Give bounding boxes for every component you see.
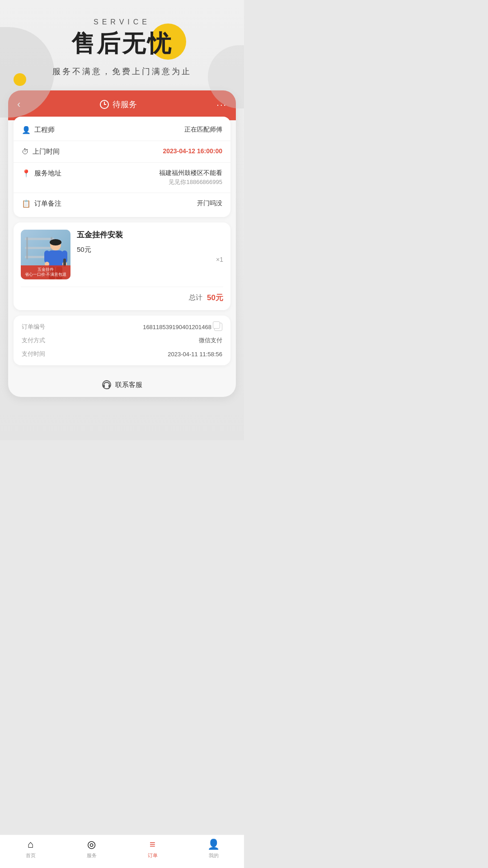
order-note-label: 📋 订单备注 [22, 199, 61, 208]
visit-time-value: 2023-04-12 16:00:00 [163, 147, 222, 155]
service-tag: SERVICE [14, 18, 230, 26]
payment-method-val: 微信支付 [199, 336, 222, 344]
order-note-row: 📋 订单备注 开门吗没 [14, 193, 230, 214]
product-image: 五金挂件 省心一口价·不满意包退 [21, 230, 70, 279]
product-info: 五金挂件安装 50元 ×1 [77, 230, 223, 263]
visit-time-row: ⏱ 上门时间 2023-04-12 16:00:00 [14, 141, 230, 163]
payment-method-key: 支付方式 [22, 336, 45, 344]
order-info-card: 订单编号 168118539190401201468 支付方式 微信支付 支付时… [14, 316, 230, 365]
payment-method-row: 支付方式 微信支付 [22, 336, 222, 344]
engineer-value: 正在匹配师傅 [184, 126, 222, 134]
address-label: 📍 服务地址 [22, 169, 61, 178]
address-line2: 见见你18866866995 [159, 178, 222, 186]
hero-title-wrap: 售后无忧 [71, 28, 173, 60]
header-title: 待服务 [100, 99, 137, 110]
order-number-row: 订单编号 168118539190401201468 [22, 323, 222, 331]
svg-rect-8 [44, 250, 50, 263]
svg-point-6 [50, 239, 61, 245]
headset-icon [102, 380, 112, 390]
hero-section: SERVICE 售后无忧 服务不满意，免费上门满意为止 [0, 0, 244, 90]
product-name: 五金挂件安装 [77, 230, 223, 240]
hero-subtitle: 服务不满意，免费上门满意为止 [14, 66, 230, 77]
product-qty: ×1 [77, 256, 223, 263]
order-number-key: 订单编号 [22, 323, 45, 331]
copy-icon[interactable] [214, 323, 222, 331]
address-value: 福建福州鼓楼区不能看 见见你18866866995 [159, 169, 222, 186]
svg-rect-3 [26, 237, 28, 259]
total-value: 50元 [207, 292, 223, 303]
yellow-circle-small [14, 73, 26, 86]
order-note-value: 开门吗没 [197, 199, 222, 208]
info-card: 👤 工程师 正在匹配师傅 ⏱ 上门时间 2023-04-12 16:00:00 … [14, 117, 230, 217]
engineer-label: 👤 工程师 [22, 126, 55, 134]
product-label-overlay: 五金挂件 省心一口价·不满意包退 [21, 265, 70, 279]
contact-service-button[interactable]: 联系客服 [8, 373, 236, 397]
payment-time-val: 2023-04-11 11:58:56 [168, 351, 222, 358]
product-price: 50元 [77, 245, 223, 254]
location-icon: 📍 [22, 169, 31, 178]
product-total-row: 总计 50元 [21, 287, 223, 303]
main-card: ‹ 待服务 ··· 👤 工程师 正在匹配师傅 ⏱ 上门时间 [8, 90, 236, 397]
page-wrapper: SERVICE 售后无忧 服务不满意，免费上门满意为止 ‹ 待服务 ··· 👤 … [0, 0, 244, 440]
clock-icon [100, 100, 109, 109]
svg-rect-17 [108, 385, 110, 387]
visit-time-label: ⏱ 上门时间 [22, 147, 60, 156]
engineer-row: 👤 工程师 正在匹配师傅 [14, 119, 230, 141]
address-row: 📍 服务地址 福建福州鼓楼区不能看 见见你18866866995 [14, 163, 230, 193]
svg-rect-16 [103, 385, 105, 387]
tab-bar-spacer [0, 404, 244, 440]
product-row: 五金挂件 省心一口价·不满意包退 五金挂件安装 50元 ×1 [21, 230, 223, 279]
total-label: 总计 [189, 293, 202, 302]
clock-small-icon: ⏱ [22, 148, 29, 156]
person-icon: 👤 [22, 126, 31, 134]
product-card: 五金挂件 省心一口价·不满意包退 五金挂件安装 50元 ×1 总计 50元 [14, 222, 230, 310]
address-line1: 福建福州鼓楼区不能看 [159, 169, 222, 177]
contact-label: 联系客服 [115, 381, 142, 389]
status-label: 待服务 [113, 99, 137, 110]
hero-title: 售后无忧 [71, 28, 173, 60]
payment-time-key: 支付时间 [22, 350, 45, 358]
note-icon: 📋 [22, 199, 31, 208]
order-number-val: 168118539190401201468 [143, 323, 222, 331]
payment-time-row: 支付时间 2023-04-11 11:58:56 [22, 350, 222, 358]
